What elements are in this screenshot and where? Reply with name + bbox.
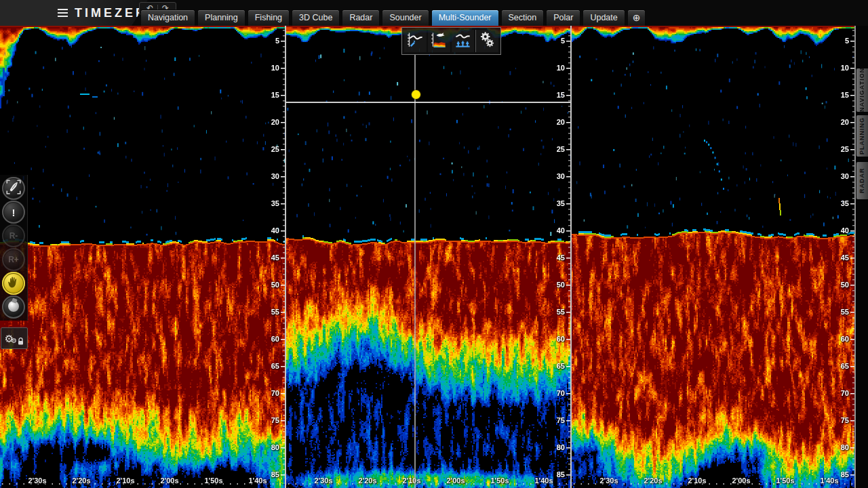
depth-tick-label: 15 — [841, 90, 849, 100]
add-workspace-button[interactable]: ⊕ — [627, 9, 646, 26]
depth-tick-label: 70 — [841, 388, 849, 398]
side-tab-navigation[interactable]: NAVIGATION — [856, 68, 868, 112]
time-tick-label: 2'20s — [638, 476, 668, 485]
depth-tick-label: 15 — [271, 90, 279, 100]
sounder-mode-toolbar — [401, 27, 501, 55]
depth-tick-label: 50 — [557, 280, 565, 289]
cursor-horizontal-line — [286, 102, 570, 103]
sounder-settings-button[interactable] — [475, 30, 498, 52]
timezero-window: 510152025303540455055606570758085 2'30s2… — [0, 0, 868, 488]
gears-icon — [478, 30, 496, 52]
depth-tick-label: 35 — [557, 199, 565, 208]
tab-sounder[interactable]: Sounder — [382, 9, 429, 26]
lock-icon — [18, 338, 24, 345]
depth-tick-label: 30 — [271, 171, 279, 181]
sounder-echogram-canvas-3[interactable] — [572, 26, 854, 488]
range-plus-icon: R+ — [8, 256, 19, 264]
exclamation-icon: ! — [12, 207, 16, 218]
depth-tick-label: 20 — [841, 117, 849, 127]
depth-tick-label: 80 — [271, 443, 279, 452]
tab-fishing[interactable]: Fishing — [248, 9, 290, 26]
time-tick-label: 1'40s — [814, 476, 844, 485]
panel-divider — [285, 26, 286, 488]
depth-tick-label: 5 — [561, 36, 565, 45]
depth-tick-label: 55 — [557, 307, 565, 317]
depth-tick-label: 65 — [271, 361, 279, 371]
depth-tick-label: 40 — [557, 226, 565, 235]
side-tab-planning[interactable]: PLANNING — [856, 115, 868, 157]
top-bar: TIMEZERO ↶ ↷ NavigationPlanningFishing3D… — [0, 0, 868, 26]
depth-tick-label: 55 — [271, 307, 279, 317]
time-tick-label: 2'30s — [594, 476, 624, 485]
tab-polar[interactable]: Polar — [546, 9, 580, 26]
depth-tick-label: 45 — [841, 253, 849, 262]
workspace-tabs: NavigationPlanningFishing3D CubeRadarSou… — [140, 9, 646, 26]
left-toolbar: !R-R+ — [0, 175, 28, 321]
depth-tick-label: 5 — [275, 36, 279, 45]
depth-tick-label: 10 — [271, 63, 279, 73]
cursor-vertical-line — [414, 55, 416, 488]
sounder-panel-1: 510152025303540455055606570758085 2'30s2… — [0, 26, 285, 488]
erase-button[interactable] — [2, 296, 25, 319]
tools-button[interactable]: ⚙ ⚙ — [1, 327, 28, 349]
fish-echo-icon — [430, 30, 448, 52]
tab-radar[interactable]: Radar — [342, 9, 380, 26]
time-tick-label: 2'10s — [397, 476, 427, 485]
depth-tick-label: 80 — [841, 443, 849, 452]
depth-tick-label: 75 — [271, 415, 279, 425]
time-tick-label: 1'40s — [529, 476, 559, 485]
time-tick-label: 2'10s — [682, 476, 712, 485]
depth-tick-label: 75 — [841, 415, 849, 425]
tab-section[interactable]: Section — [501, 9, 545, 26]
range-out-button[interactable]: R- — [2, 224, 25, 247]
depth-tick-label: 80 — [557, 443, 565, 452]
tab-3d-cube[interactable]: 3D Cube — [292, 9, 340, 26]
depth-tick-label: 55 — [841, 307, 849, 317]
depth-tick-label: 40 — [841, 226, 849, 235]
depth-tick-label: 65 — [841, 361, 849, 371]
range-in-button[interactable]: R+ — [2, 248, 25, 271]
time-tick-label: 2'00s — [441, 476, 471, 485]
depth-tick-label: 5 — [845, 36, 849, 45]
sounder-panel-2: 510152025303540455055606570758085 2'30s2… — [286, 26, 570, 488]
logo-banner: TIMEZERO — [0, 0, 148, 26]
event-mark-button[interactable]: ! — [2, 201, 25, 224]
center-on-vessel-button[interactable] — [2, 177, 25, 200]
depth-tick-label: 50 — [841, 280, 849, 289]
time-tick-label: 2'00s — [155, 476, 184, 485]
depth-tick-label: 60 — [557, 334, 565, 344]
sounder-cursor-marker[interactable] — [412, 90, 420, 99]
sounder-echogram-canvas-2[interactable] — [286, 26, 570, 488]
echo-history-mode-button[interactable] — [404, 30, 427, 52]
sounder-echogram-canvas-1[interactable] — [0, 26, 285, 488]
depth-tick-label: 25 — [271, 144, 279, 154]
depth-tick-label: 20 — [271, 117, 279, 127]
depth-tick-label: 45 — [557, 253, 565, 262]
depth-tick-label: 10 — [841, 63, 849, 73]
bottom-discrimination-mode-button[interactable] — [452, 30, 474, 52]
workspace-side-strip: NAVIGATIONPLANNINGRADAR — [856, 0, 868, 488]
hamburger-menu-icon[interactable] — [58, 9, 68, 17]
depth-tick-label: 40 — [271, 226, 279, 235]
depth-tick-label: 60 — [841, 334, 849, 344]
time-tick-label: 1'50s — [485, 476, 515, 485]
pan-mode-button[interactable] — [2, 272, 25, 295]
side-tab-radar[interactable]: RADAR — [856, 162, 868, 199]
gear-icon: ⚙ — [11, 338, 17, 344]
depth-tick-label: 45 — [271, 253, 279, 262]
panel-divider — [570, 26, 572, 488]
tab-planning[interactable]: Planning — [197, 9, 245, 26]
bottom-lock-icon — [454, 30, 472, 52]
tab-multi-sounder[interactable]: Multi-Sounder — [431, 9, 499, 26]
depth-tick-label: 15 — [557, 90, 565, 100]
depth-tick-label: 50 — [271, 280, 279, 289]
echo-cursor-icon — [406, 30, 425, 52]
tab-update[interactable]: Update — [583, 9, 625, 26]
depth-tick-label: 25 — [841, 144, 849, 154]
time-tick-label: 2'20s — [66, 476, 96, 485]
depth-tick-label: 70 — [271, 388, 279, 398]
eraser-icon — [5, 298, 22, 317]
fish-finder-mode-button[interactable] — [428, 30, 450, 52]
time-tick-label: 2'00s — [726, 476, 756, 485]
tab-navigation[interactable]: Navigation — [140, 9, 195, 26]
